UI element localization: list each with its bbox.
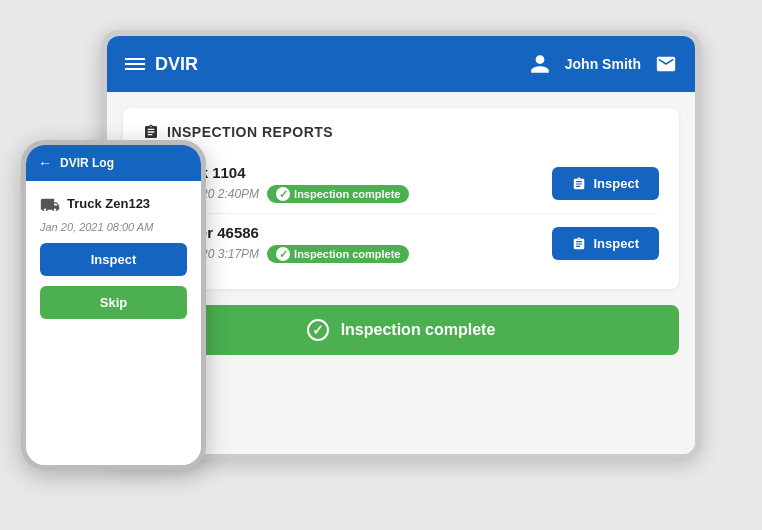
- phone-vehicle-date: Jan 20, 2021 08:00 AM: [40, 221, 187, 233]
- badge-complete-1: ✓ Inspection complete: [267, 185, 409, 203]
- mail-icon[interactable]: [655, 53, 677, 75]
- scene: DVIR John Smith INSPECTION REPORTS: [21, 20, 741, 510]
- phone-skip-button[interactable]: Skip: [40, 286, 187, 319]
- user-icon: [529, 53, 551, 75]
- tablet-header: DVIR John Smith: [107, 36, 695, 92]
- panel-title: INSPECTION REPORTS: [143, 124, 659, 140]
- inspect-btn-icon-1: [572, 177, 586, 191]
- inspect-button-1[interactable]: Inspect: [552, 167, 659, 200]
- inspect-button-2[interactable]: Inspect: [552, 227, 659, 260]
- header-right: John Smith: [529, 53, 677, 75]
- complete-bar-text: Inspection complete: [341, 321, 496, 339]
- check-icon-2: ✓: [276, 247, 290, 261]
- report-row-2: Trailer 46586 Aug 10, 2020 3:17PM ✓ Insp…: [143, 214, 659, 273]
- menu-icon[interactable]: [125, 58, 145, 70]
- badge-complete-2: ✓ Inspection complete: [267, 245, 409, 263]
- clipboard-panel-icon: [143, 124, 159, 140]
- phone-header-title: DVIR Log: [60, 156, 114, 170]
- app-title: DVIR: [155, 54, 198, 75]
- phone-vehicle-row: Truck Zen123: [40, 195, 187, 211]
- phone-truck-icon: [40, 195, 60, 211]
- check-icon-1: ✓: [276, 187, 290, 201]
- inspect-btn-icon-2: [572, 237, 586, 251]
- phone-inspect-button[interactable]: Inspect: [40, 243, 187, 276]
- phone-body: Truck Zen123 Jan 20, 2021 08:00 AM Inspe…: [26, 181, 201, 465]
- inspection-complete-bar: ✓ Inspection complete: [123, 305, 679, 355]
- panel-title-text: INSPECTION REPORTS: [167, 124, 333, 140]
- report-row-1: Truck 1104 Aug 10, 2020 2:40PM ✓ Inspect…: [143, 154, 659, 214]
- back-arrow-icon[interactable]: ←: [38, 155, 52, 171]
- user-name: John Smith: [565, 56, 641, 72]
- phone-vehicle-name: Truck Zen123: [67, 196, 150, 211]
- header-left: DVIR: [125, 54, 198, 75]
- complete-check-icon: ✓: [307, 319, 329, 341]
- phone-device: ← DVIR Log Truck Zen123 Jan 20, 2021 08:…: [21, 140, 206, 470]
- inspection-reports-panel: INSPECTION REPORTS Truck 1104 Aug 10, 20…: [123, 108, 679, 289]
- phone-header: ← DVIR Log: [26, 145, 201, 181]
